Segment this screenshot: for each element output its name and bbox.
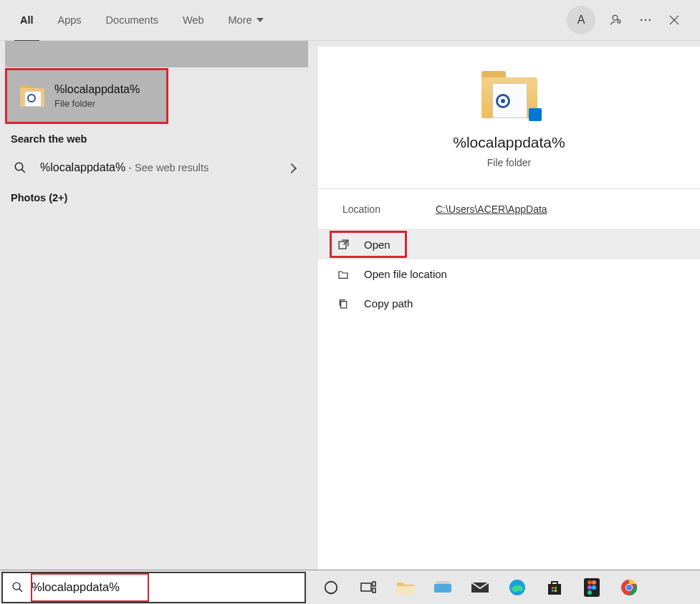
taskbar <box>0 570 700 604</box>
best-match-result[interactable]: %localappdata% File folder <box>5 68 168 124</box>
svg-rect-13 <box>434 584 451 593</box>
svg-point-22 <box>588 580 592 585</box>
chrome-icon <box>620 579 638 596</box>
web-search-result[interactable]: %localappdata% - See web results <box>0 152 308 183</box>
taskbar-mail[interactable] <box>469 577 491 598</box>
svg-point-2 <box>645 19 647 21</box>
file-explorer-icon <box>396 580 415 595</box>
feedback-button[interactable] <box>603 6 631 34</box>
location-link[interactable]: C:\Users\ACER\AppData <box>436 203 547 215</box>
preview-pane: %localappdata% File folder Location C:\U… <box>318 47 700 570</box>
svg-rect-14 <box>436 581 450 584</box>
search-icon <box>3 581 32 593</box>
preview-title: %localappdata% <box>453 134 565 151</box>
location-row: Location C:\Users\ACER\AppData <box>318 188 700 229</box>
svg-point-4 <box>15 163 23 171</box>
tab-apps[interactable]: Apps <box>49 10 90 30</box>
svg-point-24 <box>588 585 592 590</box>
taskbar-edge[interactable] <box>507 577 528 598</box>
search-web-header: Search the web <box>0 125 308 152</box>
folder-icon <box>20 85 44 107</box>
ellipsis-icon <box>638 13 653 27</box>
taskbar-task-view[interactable] <box>358 577 379 598</box>
close-icon <box>668 14 680 26</box>
web-query: %localappdata% <box>40 161 125 173</box>
svg-rect-10 <box>373 582 375 586</box>
mail-icon <box>471 580 489 595</box>
copy-icon <box>335 298 351 310</box>
figma-icon <box>584 578 600 597</box>
svg-point-7 <box>13 583 20 590</box>
folder-icon <box>481 71 537 118</box>
svg-rect-12 <box>397 586 414 594</box>
search-scope-tabs: All Apps Documents Web More A <box>0 0 700 41</box>
svg-rect-19 <box>552 590 554 592</box>
svg-rect-9 <box>361 583 371 591</box>
task-view-icon <box>360 580 377 595</box>
more-options-button[interactable] <box>631 6 660 34</box>
svg-rect-18 <box>555 587 557 589</box>
chevron-down-icon <box>256 18 264 22</box>
search-icon <box>13 161 27 174</box>
svg-rect-17 <box>552 587 554 589</box>
taskbar-file-explorer[interactable] <box>395 577 416 598</box>
keyboard-icon <box>433 580 452 595</box>
results-pane: Best match %localappdata% File folder Se… <box>0 41 308 570</box>
photos-header[interactable]: Photos (2+) <box>0 183 308 211</box>
svg-point-26 <box>588 590 592 595</box>
cortana-icon <box>323 580 339 595</box>
search-input[interactable] <box>32 580 305 594</box>
svg-rect-20 <box>555 590 557 592</box>
close-button[interactable] <box>660 6 689 34</box>
svg-point-25 <box>592 585 596 590</box>
feedback-icon <box>610 13 624 27</box>
result-title: %localappdata% <box>54 83 140 96</box>
action-open[interactable]: Open <box>318 230 700 259</box>
action-copy-path[interactable]: Copy path <box>318 289 700 318</box>
svg-point-3 <box>649 19 651 21</box>
svg-rect-16 <box>548 584 561 595</box>
location-label: Location <box>342 203 393 215</box>
taskbar-store[interactable] <box>544 577 565 598</box>
folder-location-icon <box>335 269 351 280</box>
tab-more[interactable]: More <box>220 10 272 30</box>
action-open-file-location[interactable]: Open file location <box>318 259 700 289</box>
tab-all[interactable]: All <box>11 10 42 30</box>
svg-point-0 <box>613 15 618 20</box>
result-subtitle: File folder <box>54 98 140 109</box>
svg-rect-6 <box>341 301 347 307</box>
taskbar-cortana[interactable] <box>320 577 342 598</box>
tab-web[interactable]: Web <box>174 10 213 30</box>
svg-point-23 <box>592 580 596 585</box>
web-suffix: - See web results <box>125 162 208 173</box>
svg-point-1 <box>641 19 643 21</box>
taskbar-chrome[interactable] <box>618 577 640 598</box>
taskbar-app-keyboard[interactable] <box>432 577 454 598</box>
edge-icon <box>509 579 526 596</box>
taskbar-search[interactable] <box>1 572 306 603</box>
chevron-right-icon <box>288 160 295 176</box>
user-avatar[interactable]: A <box>567 6 595 34</box>
svg-point-29 <box>626 585 632 590</box>
open-icon <box>335 239 351 251</box>
svg-rect-11 <box>373 588 375 593</box>
store-icon <box>546 579 563 596</box>
taskbar-figma[interactable] <box>581 577 603 598</box>
tab-documents[interactable]: Documents <box>97 10 167 30</box>
preview-subtitle: File folder <box>487 157 531 168</box>
svg-point-8 <box>325 581 337 593</box>
